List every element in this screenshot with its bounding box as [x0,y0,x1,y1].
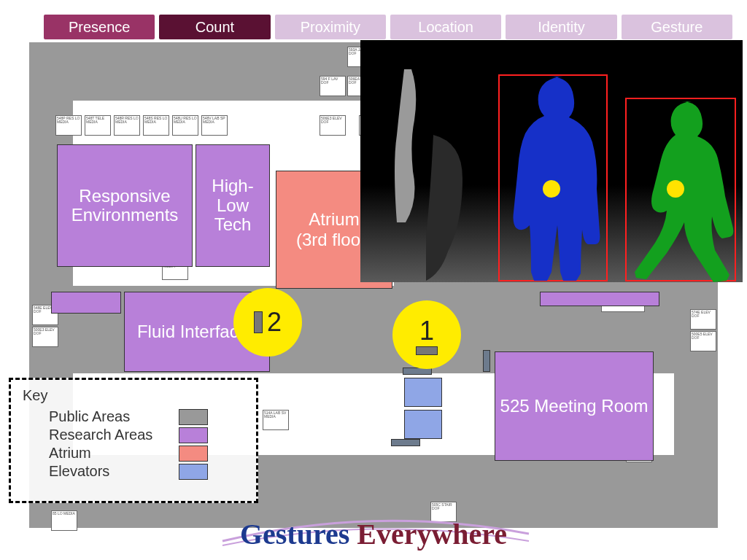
legend-row: Elevators [49,463,244,480]
zone-high-low-tech: High- Low Tech [196,144,270,267]
room-label: 548V LAB SP MEDIA [201,115,228,136]
zone-strip [51,292,121,314]
legend-label: Atrium [49,445,166,462]
room-label: 514A LAB SV MEDIA [263,410,289,430]
person-centroid-icon [543,180,560,198]
legend-title: Key [23,387,244,404]
legend-row: Public Areas [49,408,244,425]
person-centroid-icon [667,180,684,198]
sensor-icon [416,346,438,355]
count-bubble-left: 2 [233,288,302,357]
sensor-icon [254,311,263,333]
room-label: 574E ELEV DOF [690,309,716,330]
room-label: 506E3 ELEV DOF [320,115,346,136]
legend-panel: Key Public Areas Research Areas Atrium E… [9,378,258,503]
legend-swatch [179,446,208,462]
sensor-mark [391,439,420,446]
sensor-mark [483,350,490,372]
room-label: 500E5 ELEV DOF [690,331,716,351]
room-label: 548U RES LO MEDIA [172,115,198,136]
zone-label: Responsive Environments [58,187,192,225]
legend-swatch [179,427,208,443]
tab-bar: Presence Count Proximity Location Identi… [44,15,732,39]
zone-elevator [404,410,442,439]
tab-proximity[interactable]: Proximity [275,15,386,39]
zone-525-meeting-room: 525 Meeting Room [495,351,654,461]
tab-presence[interactable]: Presence [44,15,155,39]
tab-count[interactable]: Count [159,15,270,39]
legend-swatch [179,464,208,480]
count-value: 2 [267,307,282,338]
room-label: 548S RES LO MEDIA [143,115,169,136]
legend-label: Public Areas [49,408,166,425]
zone-strip [540,292,659,306]
room-label: 594 F LAV DOF [320,76,346,96]
title-word-2: Everywhere [357,518,507,551]
zone-responsive-environments: Responsive Environments [57,144,193,267]
room-label: 548P RES LO MEDIA [55,115,82,136]
legend-label: Research Areas [49,427,166,443]
room-label: 548T TELE MEDIA [85,115,111,136]
legend-row: Research Areas [49,427,244,443]
zone-label: 525 Meeting Room [500,397,649,416]
room-label: 548R RES LO MEDIA [114,115,140,136]
legend-swatch [179,409,208,425]
tab-location[interactable]: Location [390,15,501,39]
room-label: 500E3 ELEV DOF [32,327,58,347]
page-title: Gestures Everywhere [0,517,747,551]
tab-gesture[interactable]: Gesture [622,15,732,39]
zone-elevator [404,378,442,407]
title-word-1: Gestures [240,518,349,551]
count-bubble-right: 1 [392,300,461,369]
legend-label: Elevators [49,463,166,480]
zone-label: High- Low Tech [196,176,269,234]
depth-camera-view [360,40,743,282]
legend-row: Atrium [49,445,244,462]
tab-identity[interactable]: Identity [506,15,616,39]
count-value: 1 [419,316,434,346]
